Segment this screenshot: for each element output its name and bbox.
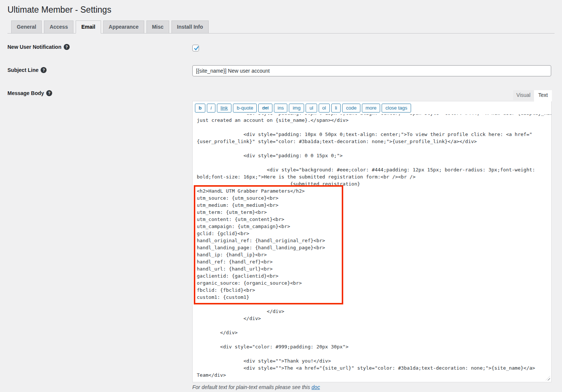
code-line: <div style="">Thank you!</div>	[197, 357, 548, 364]
tab-appearance[interactable]: Appearance	[103, 20, 144, 34]
quicktag-code-button[interactable]: code	[342, 104, 360, 113]
code-line	[197, 124, 548, 131]
code-line: utm_content: {utm_content}<br>	[197, 216, 548, 223]
code-line: </div>	[197, 308, 548, 315]
message-body-textarea[interactable]: <div style="padding: 30px 0 15px 0;text-…	[193, 114, 552, 382]
message-body-row-label: Message Body ?	[7, 90, 52, 96]
code-line	[197, 322, 548, 329]
quicktag-ul-button[interactable]: ul	[306, 104, 317, 113]
quicktag-more-button[interactable]: more	[362, 104, 381, 113]
code-line: handl_ip: {handl_ip}<br>	[197, 251, 548, 258]
plain-text-help-note: For default text for plain-text emails p…	[192, 384, 320, 390]
code-line: utm_source: {utm_source}<br>	[197, 195, 548, 202]
code-line: <div style="padding: 10px 0 50px 0;text-…	[197, 131, 548, 138]
quicktag-b-button[interactable]: b	[195, 104, 205, 113]
subject-line-label: Subject Line	[7, 67, 38, 73]
message-body-label: Message Body	[7, 90, 44, 96]
quicktag-b-quote-button[interactable]: b-quote	[233, 104, 257, 113]
quicktags-toolbar: bilinkb-quotedelinsimgulollicodemoreclos…	[193, 101, 551, 114]
code-line: handl_landing_page: {handl_landing_page}…	[197, 244, 548, 251]
subject-line-input[interactable]	[192, 65, 551, 76]
page-title: Ultimate Member - Settings	[7, 4, 111, 16]
subject-line-row-label: Subject Line ?	[7, 67, 47, 73]
code-line: <div style="background: #eee;color: #444…	[197, 166, 548, 173]
code-line	[197, 145, 548, 152]
code-line: <div style="padding: 0 0 15px 0;">	[197, 152, 548, 159]
editor-visual-tab[interactable]: Visual	[513, 90, 534, 100]
code-line: <div style="">The <a href="{site_url}" s…	[197, 364, 548, 372]
quicktag-i-button[interactable]: i	[207, 104, 215, 113]
code-line: fbclid: {fbclid}<br>	[197, 287, 548, 294]
code-line: </div>	[197, 315, 548, 322]
tab-email[interactable]: Email	[76, 20, 101, 34]
code-line: just created an account on {site_name}.<…	[197, 117, 548, 124]
code-line: handl_ref: {handl_ref}<br>	[197, 258, 548, 265]
code-line: handl_url: {handl_url}<br>	[197, 265, 548, 272]
code-line	[197, 301, 548, 308]
code-line	[197, 336, 548, 343]
code-line: utm_term: {utm_term}<br>	[197, 209, 548, 216]
code-line	[197, 350, 548, 357]
code-line: utm_medium: {utm_medium}<br>	[197, 202, 548, 209]
code-line: {user_profile_link}" style="color: #3ba1…	[197, 138, 548, 145]
quicktag-close-tags-button[interactable]: close tags	[382, 104, 411, 113]
tab-access[interactable]: Access	[44, 20, 73, 34]
checkmark-icon	[193, 45, 200, 51]
help-icon[interactable]: ?	[41, 67, 47, 73]
quicktag-link-button[interactable]: link	[217, 104, 232, 113]
code-line: handl_original_ref: {handl_original_ref}…	[197, 237, 548, 244]
code-line: <h2>HandL UTM Grabber Parameters</h2>	[197, 187, 548, 195]
message-body-editor: bilinkb-quotedelinsimgulollicodemoreclos…	[192, 101, 552, 382]
code-line: {submitted_registration}	[197, 180, 548, 187]
code-line: Team</div>	[197, 372, 548, 379]
new-user-notification-row-label: New User Notification ?	[7, 44, 70, 50]
code-line: gaclientid: {gaclientid}<br>	[197, 272, 548, 279]
quicktag-img-button[interactable]: img	[289, 104, 304, 113]
new-user-notification-checkbox[interactable]	[192, 45, 199, 51]
quicktag-ol-button[interactable]: ol	[319, 104, 330, 113]
help-icon[interactable]: ?	[64, 44, 70, 50]
settings-page: Ultimate Member - Settings GeneralAccess…	[0, 0, 562, 392]
quicktag-del-button[interactable]: del	[258, 104, 272, 113]
tab-install-info[interactable]: Install Info	[171, 20, 209, 34]
tab-general[interactable]: General	[11, 20, 42, 34]
code-line	[197, 159, 548, 166]
code-line: utm_campaign: {utm_campaign}<br>	[197, 223, 548, 230]
code-line: organic_source: {organic_source}<br>	[197, 279, 548, 287]
doc-link[interactable]: doc	[312, 384, 320, 390]
quicktag-li-button[interactable]: li	[331, 104, 341, 113]
new-user-notification-label: New User Notification	[7, 44, 61, 50]
code-line: gclid: {gclid}<br>	[197, 230, 548, 237]
code-line: </div>	[197, 329, 548, 336]
quicktag-ins-button[interactable]: ins	[274, 104, 288, 113]
code-line: bold;font-size: 16px;">Here is the submi…	[197, 173, 548, 180]
email-template-code: <div style="padding: 30px 0 15px 0;text-…	[197, 114, 548, 379]
editor-text-tab[interactable]: Text	[534, 90, 552, 101]
code-line: custom1: {custom1}	[197, 294, 548, 301]
settings-tabs: GeneralAccessEmailAppearanceMiscInstall …	[7, 20, 555, 34]
plain-text-help-text: For default text for plain-text emails p…	[192, 384, 312, 390]
tab-misc[interactable]: Misc	[146, 20, 169, 34]
help-icon[interactable]: ?	[46, 90, 52, 96]
code-line: <div style="color: #999;padding: 20px 30…	[197, 343, 548, 350]
